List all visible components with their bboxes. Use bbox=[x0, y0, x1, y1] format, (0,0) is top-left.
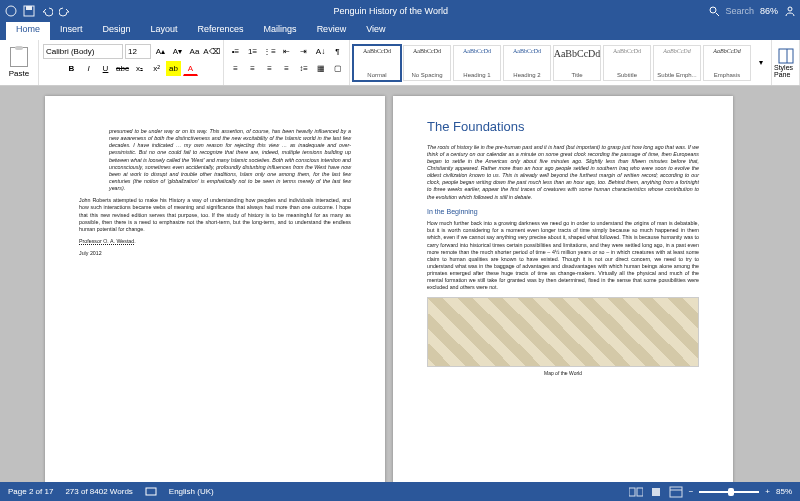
world-map-image bbox=[427, 297, 699, 367]
decrease-indent-button[interactable]: ⇤ bbox=[279, 44, 294, 59]
page2-body: How much further back into a growing dar… bbox=[427, 220, 699, 291]
status-zoom[interactable]: 85% bbox=[776, 487, 792, 496]
undo-icon[interactable] bbox=[40, 4, 54, 18]
strike-button[interactable]: abc bbox=[115, 61, 130, 76]
style-title[interactable]: AaBbCcDdTitle bbox=[553, 45, 601, 81]
change-case-button[interactable]: Aa bbox=[187, 44, 202, 59]
show-marks-button[interactable]: ¶ bbox=[330, 44, 345, 59]
line-spacing-button[interactable]: ↕≡ bbox=[296, 61, 311, 76]
document-area[interactable]: presumed to be under way or on its way. … bbox=[0, 86, 800, 482]
view-print-icon[interactable] bbox=[649, 486, 663, 498]
map-caption: Map of the World bbox=[427, 370, 699, 377]
svg-rect-11 bbox=[652, 488, 660, 496]
grow-font-button[interactable]: A▴ bbox=[153, 44, 168, 59]
redo-icon[interactable] bbox=[58, 4, 72, 18]
zoom-out-button[interactable]: − bbox=[689, 487, 694, 496]
status-spellcheck-icon[interactable] bbox=[145, 487, 157, 497]
save-icon[interactable] bbox=[22, 4, 36, 18]
svg-rect-12 bbox=[670, 487, 682, 497]
tab-references[interactable]: References bbox=[188, 22, 254, 40]
align-right-button[interactable]: ≡ bbox=[262, 61, 277, 76]
numbering-button[interactable]: 1≡ bbox=[245, 44, 260, 59]
tab-review[interactable]: Review bbox=[307, 22, 357, 40]
style-subtitle[interactable]: AaBbCcDdSubtitle bbox=[603, 45, 651, 81]
clear-format-button[interactable]: A⌫ bbox=[204, 44, 219, 59]
tab-mailings[interactable]: Mailings bbox=[254, 22, 307, 40]
paste-label: Paste bbox=[9, 69, 29, 78]
superscript-button[interactable]: x² bbox=[149, 61, 164, 76]
app-menu-icon[interactable] bbox=[4, 4, 18, 18]
page-right[interactable]: The Foundations The roots of history lie… bbox=[393, 96, 733, 482]
style-heading2[interactable]: AaBbCcDdHeading 2 bbox=[503, 45, 551, 81]
svg-rect-6 bbox=[779, 49, 793, 63]
svg-rect-8 bbox=[146, 488, 156, 495]
style-heading1[interactable]: AaBbCcDdHeading 1 bbox=[453, 45, 501, 81]
svg-line-4 bbox=[716, 13, 719, 16]
subscript-button[interactable]: x₂ bbox=[132, 61, 147, 76]
tab-design[interactable]: Design bbox=[93, 22, 141, 40]
styles-more-button[interactable]: ▾ bbox=[753, 55, 768, 70]
page2-intro: The roots of history lie in the pre-huma… bbox=[427, 144, 699, 201]
zoom-slider[interactable] bbox=[699, 491, 759, 493]
style-subtle-emph[interactable]: AaBbCcDdSubtle Emph... bbox=[653, 45, 701, 81]
align-center-button[interactable]: ≡ bbox=[245, 61, 260, 76]
search-placeholder[interactable]: Search bbox=[725, 6, 754, 16]
status-words[interactable]: 273 of 8402 Words bbox=[65, 487, 132, 497]
svg-point-3 bbox=[710, 7, 716, 13]
tab-layout[interactable]: Layout bbox=[141, 22, 188, 40]
italic-button[interactable]: I bbox=[81, 61, 96, 76]
increase-indent-button[interactable]: ⇥ bbox=[296, 44, 311, 59]
font-color-button[interactable]: A bbox=[183, 61, 198, 76]
shading-button[interactable]: ▦ bbox=[313, 61, 328, 76]
user-icon[interactable] bbox=[784, 5, 796, 17]
tab-home[interactable]: Home bbox=[6, 22, 50, 40]
tab-insert[interactable]: Insert bbox=[50, 22, 93, 40]
svg-point-0 bbox=[6, 6, 16, 16]
status-bar: Page 2 of 17 273 of 8402 Words English (… bbox=[0, 482, 800, 501]
svg-rect-2 bbox=[26, 6, 32, 10]
multilevel-button[interactable]: ⋮≡ bbox=[262, 44, 277, 59]
ribbon: Paste A▴ A▾ Aa A⌫ B I U abc x₂ x² ab A •… bbox=[0, 40, 800, 86]
font-size-select[interactable] bbox=[125, 44, 151, 59]
style-emphasis[interactable]: AaBbCcDdEmphasis bbox=[703, 45, 751, 81]
ribbon-tabs: Home Insert Design Layout References Mai… bbox=[0, 22, 800, 40]
sort-button[interactable]: A↓ bbox=[313, 44, 328, 59]
justify-button[interactable]: ≡ bbox=[279, 61, 294, 76]
borders-button[interactable]: ▢ bbox=[330, 61, 345, 76]
status-language[interactable]: English (UK) bbox=[169, 487, 214, 497]
document-title: Penguin History of the World bbox=[72, 6, 709, 16]
view-web-icon[interactable] bbox=[669, 486, 683, 498]
page2-heading: The Foundations bbox=[427, 118, 699, 136]
style-no-spacing[interactable]: AaBbCcDdNo Spacing bbox=[403, 45, 451, 81]
align-left-button[interactable]: ≡ bbox=[228, 61, 243, 76]
page2-subheading: In the Beginning bbox=[427, 207, 699, 216]
underline-button[interactable]: U bbox=[98, 61, 113, 76]
status-page[interactable]: Page 2 of 17 bbox=[8, 487, 53, 497]
paste-button[interactable]: Paste bbox=[4, 43, 34, 83]
zoom-in-button[interactable]: + bbox=[765, 487, 770, 496]
search-icon[interactable] bbox=[709, 6, 719, 16]
svg-rect-9 bbox=[629, 488, 635, 496]
page1-date: July 2012 bbox=[79, 250, 351, 257]
top-zoom: 86% bbox=[760, 6, 778, 16]
font-name-select[interactable] bbox=[43, 44, 123, 59]
highlight-button[interactable]: ab bbox=[166, 61, 181, 76]
page-left[interactable]: presumed to be under way or on its way. … bbox=[45, 96, 385, 482]
clipboard-icon bbox=[10, 47, 28, 67]
styles-pane-button[interactable]: Styles Pane bbox=[772, 40, 800, 85]
page1-para1: presumed to be under way or on its way. … bbox=[109, 128, 351, 192]
svg-rect-10 bbox=[637, 488, 643, 496]
svg-point-5 bbox=[788, 7, 792, 11]
tab-view[interactable]: View bbox=[356, 22, 395, 40]
bold-button[interactable]: B bbox=[64, 61, 79, 76]
bullets-button[interactable]: •≡ bbox=[228, 44, 243, 59]
page1-para2: John Roberts attempted to make his Histo… bbox=[79, 197, 351, 233]
shrink-font-button[interactable]: A▾ bbox=[170, 44, 185, 59]
page1-author: Professor O. A. Westad. bbox=[79, 238, 351, 245]
view-read-icon[interactable] bbox=[629, 486, 643, 498]
style-normal[interactable]: AaBbCcDdNormal bbox=[353, 45, 401, 81]
